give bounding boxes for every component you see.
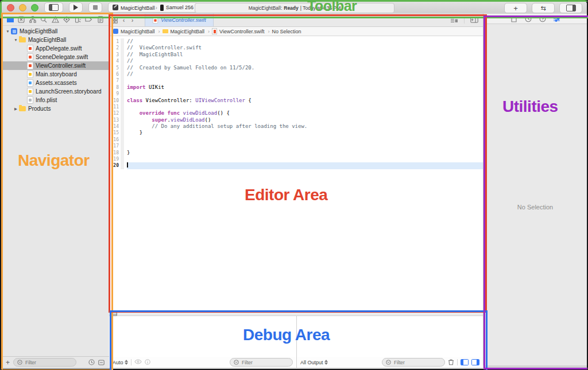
file-row-scenedelegate-swift[interactable]: SceneDelegate.swift: [1, 53, 109, 61]
code-line-14[interactable]: 14 // Do any additional setup after load…: [109, 123, 483, 130]
toolbar-right-buttons: ⇆: [504, 3, 582, 13]
project-navigator-icon[interactable]: [6, 15, 14, 24]
disclosure-triangle-icon[interactable]: ▼: [5, 29, 11, 33]
variables-scope-label: Auto: [113, 360, 123, 365]
code-line-15[interactable]: 15 }: [109, 130, 483, 136]
add-file-button[interactable]: +: [6, 359, 10, 367]
editor-options-icon[interactable]: [450, 15, 458, 25]
code-text: [127, 137, 483, 143]
disclosure-triangle-icon[interactable]: ▶: [13, 107, 19, 111]
code-text: override func viewDidLoad() {: [127, 110, 483, 116]
breadcrumb-item[interactable]: MagicEightBall: [113, 29, 160, 34]
code-line-4[interactable]: 4//: [109, 58, 483, 64]
toggle-inspectors-button[interactable]: [559, 3, 582, 13]
info-icon[interactable]: [145, 359, 150, 366]
file-row-products[interactable]: ▶Products: [1, 104, 109, 113]
clear-console-icon[interactable]: [448, 359, 454, 367]
file-row-magiceightball[interactable]: ▼MagicEightBall: [1, 36, 109, 44]
code-line-11[interactable]: 11: [109, 104, 483, 110]
code-line-13[interactable]: 13 super.viewDidLoad(): [109, 117, 483, 123]
file-row-main-storyboard[interactable]: Main.storyboard: [1, 70, 109, 79]
file-row-magiceightball[interactable]: ▼MagicEightBall: [1, 27, 109, 36]
file-row-viewcontroller-swift[interactable]: ViewController.swift: [1, 61, 109, 70]
code-line-3[interactable]: 3// MagicEightBall: [109, 52, 483, 58]
breadcrumb-item[interactable]: MagicEightBall: [163, 29, 210, 34]
attributes-inspector-icon[interactable]: [553, 15, 561, 23]
code-line-2[interactable]: 2// ViewController.swift: [109, 45, 483, 51]
plus-icon: [513, 4, 518, 13]
fold-ribbon: [121, 38, 124, 45]
add-editor-icon[interactable]: [470, 15, 478, 25]
console-scope-popup[interactable]: All Output: [300, 360, 328, 365]
fold-ribbon: [121, 52, 124, 58]
editor-area: ‹ › ViewController.swift MagicEightBallM…: [109, 14, 483, 311]
code-line-16[interactable]: 16: [109, 137, 483, 143]
code-line-7[interactable]: 7: [109, 77, 483, 84]
toggle-navigator-button[interactable]: [44, 2, 63, 13]
variables-filter-input[interactable]: [241, 359, 289, 366]
line-number: 19: [109, 156, 121, 162]
code-line-20[interactable]: 20: [109, 162, 483, 169]
show-variables-view-icon[interactable]: [461, 359, 469, 365]
file-row-info-plist[interactable]: Info.plist: [1, 96, 109, 104]
test-navigator-icon[interactable]: [62, 15, 71, 24]
editor-tab[interactable]: ViewController.swift: [145, 14, 214, 26]
file-label: LaunchScreen.storyboard: [36, 88, 102, 95]
issue-navigator-icon[interactable]: [51, 15, 60, 24]
scheme-selector[interactable]: MagicEightBall Samuel 256: [108, 2, 198, 13]
minimize-window-button[interactable]: [19, 4, 26, 11]
go-forward-button[interactable]: ›: [128, 17, 137, 24]
code-line-10[interactable]: 10class ViewController: UIViewController…: [109, 98, 483, 104]
disclosure-triangle-icon[interactable]: ▼: [13, 38, 19, 42]
code-text: }: [127, 150, 483, 156]
library-button[interactable]: [504, 3, 527, 13]
status-state: Ready: [284, 5, 299, 11]
console-filter-field[interactable]: [382, 358, 445, 367]
code-line-18[interactable]: 18}: [109, 150, 483, 156]
sidebar-right-icon: [566, 5, 576, 11]
code-line-5[interactable]: 5// Created by Samuel Folledo on 11/5/20…: [109, 65, 483, 71]
code-line-8[interactable]: 8import UIKit: [109, 84, 483, 91]
file-row-appdelegate-swift[interactable]: AppDelegate.swift: [1, 44, 109, 53]
stop-button[interactable]: [88, 2, 102, 13]
history-inspector-icon[interactable]: [524, 15, 532, 23]
breadcrumb-label: No Selection: [272, 29, 301, 34]
run-button[interactable]: [69, 2, 83, 13]
find-navigator-icon[interactable]: [40, 15, 48, 24]
report-navigator-icon[interactable]: [96, 15, 105, 24]
recent-files-icon[interactable]: [88, 357, 95, 368]
related-items-icon[interactable]: [109, 17, 119, 24]
breadcrumb-item[interactable]: No Selection: [272, 29, 301, 34]
variables-filter-field[interactable]: [230, 358, 293, 367]
code-text: [127, 156, 483, 162]
quick-help-inspector-icon[interactable]: [539, 15, 547, 23]
code-line-9[interactable]: 9: [109, 91, 483, 97]
code-line-19[interactable]: 19: [109, 156, 483, 162]
code-review-button[interactable]: ⇆: [532, 3, 555, 13]
symbol-navigator-icon[interactable]: [28, 15, 37, 24]
source-control-navigator-icon[interactable]: [17, 15, 26, 24]
file-row-launchscreen-storyboard[interactable]: LaunchScreen.storyboard: [1, 87, 109, 96]
code-line-1[interactable]: 1//: [109, 38, 483, 45]
quicklook-eye-icon[interactable]: [134, 359, 142, 365]
go-back-button[interactable]: ‹: [119, 17, 128, 24]
close-window-button[interactable]: [7, 4, 14, 11]
breakpoint-navigator-icon[interactable]: [84, 15, 93, 24]
navigator-filter-field[interactable]: [13, 358, 76, 367]
code-line-17[interactable]: 17: [109, 143, 483, 149]
console-filter-input[interactable]: [393, 359, 441, 366]
source-control-status-icon[interactable]: [98, 357, 105, 368]
debug-navigator-icon[interactable]: [74, 15, 82, 24]
code-line-6[interactable]: 6//: [109, 71, 483, 77]
code-line-12[interactable]: 12 override func viewDidLoad() {: [109, 110, 483, 116]
breadcrumb-item[interactable]: ViewController.swift: [212, 28, 269, 34]
show-console-view-icon[interactable]: [471, 359, 479, 365]
line-number: 9: [109, 91, 121, 97]
sidebar-left-icon: [49, 4, 59, 11]
zoom-window-button[interactable]: [31, 4, 38, 11]
file-row-assets-xcassets[interactable]: Assets.xcassets: [1, 79, 109, 87]
navigator-filter-input[interactable]: [24, 359, 72, 366]
file-inspector-icon[interactable]: [510, 15, 518, 23]
line-number: 10: [109, 98, 121, 104]
variables-scope-popup[interactable]: Auto: [113, 360, 128, 365]
